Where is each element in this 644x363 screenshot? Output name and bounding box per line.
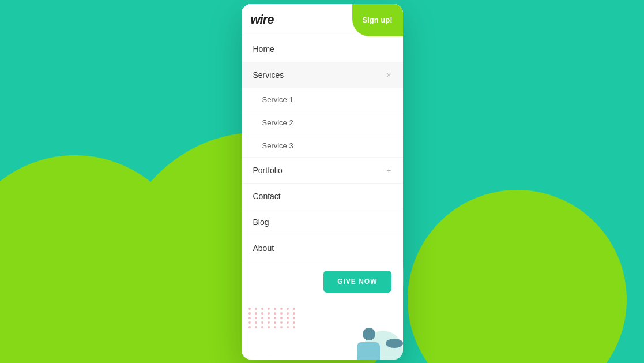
- dot: [261, 317, 263, 319]
- nav-menu: Home Services × Service 1 Service 2 Serv…: [242, 36, 403, 261]
- dot: [255, 326, 257, 328]
- nav-portfolio-label: Portfolio: [253, 166, 283, 175]
- dot: [261, 326, 263, 328]
- char-torso: [357, 342, 380, 360]
- dot: [255, 308, 257, 310]
- dot: [261, 312, 263, 315]
- services-close-icon: ×: [386, 70, 391, 80]
- dot: [261, 308, 263, 310]
- nav-item-blog[interactable]: Blog: [242, 209, 403, 235]
- char-wave: [386, 339, 403, 348]
- portfolio-plus-icon: +: [386, 166, 391, 175]
- bottom-decoration: [242, 302, 403, 360]
- dot: [280, 317, 283, 319]
- dot: [280, 308, 283, 310]
- dot: [287, 312, 289, 315]
- dot: [274, 317, 276, 319]
- dot: [287, 317, 289, 319]
- service2-label: Service 2: [262, 118, 293, 127]
- nav-item-about[interactable]: About: [242, 235, 403, 261]
- dot: [293, 321, 295, 324]
- dot: [255, 317, 257, 319]
- give-now-button[interactable]: GIVE NOW: [323, 271, 391, 293]
- nav-item-services[interactable]: Services ×: [242, 62, 403, 88]
- dot: [287, 321, 289, 324]
- dot: [280, 326, 283, 328]
- service3-label: Service 3: [262, 141, 293, 150]
- dot: [268, 317, 270, 319]
- dot: [274, 308, 276, 310]
- dot: [274, 326, 276, 328]
- nav-blog-label: Blog: [253, 218, 269, 227]
- dot: [274, 321, 276, 324]
- nav-about-label: About: [253, 244, 274, 253]
- dot: [248, 308, 251, 310]
- char-head: [363, 328, 375, 340]
- header: wire ☰ Sign up!: [242, 4, 403, 36]
- nav-item-home[interactable]: Home: [242, 36, 403, 62]
- dot: [280, 321, 283, 324]
- nav-subitem-service1[interactable]: Service 1: [242, 88, 403, 111]
- dot: [268, 312, 270, 315]
- dot: [274, 312, 276, 315]
- nav-services-label: Services: [253, 70, 284, 80]
- dot: [280, 312, 283, 315]
- nav-contact-label: Contact: [253, 192, 281, 201]
- logo: wire: [251, 12, 274, 27]
- nav-item-portfolio[interactable]: Portfolio +: [242, 158, 403, 184]
- dot: [255, 321, 257, 324]
- dot: [255, 312, 257, 315]
- dot: [268, 321, 270, 324]
- nav-subitem-service2[interactable]: Service 2: [242, 111, 403, 134]
- dots-pattern: [248, 308, 297, 328]
- dot: [293, 326, 295, 328]
- nav-home-label: Home: [253, 44, 274, 54]
- nav-subitem-service3[interactable]: Service 3: [242, 134, 403, 158]
- dot: [293, 312, 295, 315]
- dot: [261, 321, 263, 324]
- illustration: [357, 328, 391, 360]
- give-now-section: GIVE NOW: [242, 261, 403, 302]
- dot: [268, 308, 270, 310]
- signup-button[interactable]: Sign up!: [352, 4, 403, 36]
- dot: [248, 312, 251, 315]
- nav-item-contact[interactable]: Contact: [242, 184, 403, 209]
- service1-label: Service 1: [262, 95, 293, 104]
- dot: [293, 317, 295, 319]
- dot: [293, 308, 295, 310]
- dot: [248, 321, 251, 324]
- dot: [268, 326, 270, 328]
- dot: [248, 317, 251, 319]
- dot: [287, 308, 289, 310]
- dot: [248, 326, 251, 328]
- dot: [287, 326, 289, 328]
- mobile-frame: wire ☰ Sign up! Home Services × Service …: [242, 4, 403, 360]
- bg-circle-right-2: [408, 190, 627, 363]
